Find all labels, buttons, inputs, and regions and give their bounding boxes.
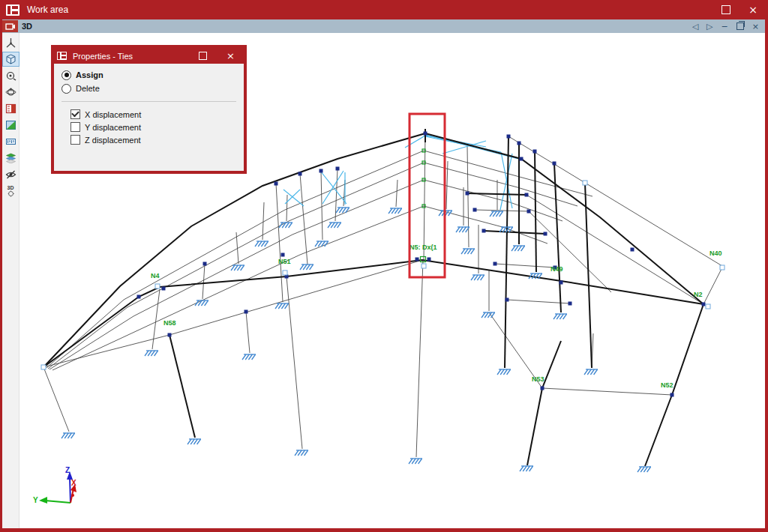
window-title-bar: Work area × <box>0 0 768 19</box>
section-plane-icon[interactable] <box>2 118 20 133</box>
dialog-maximize-button[interactable] <box>199 52 207 60</box>
orbit-cube-icon[interactable] <box>2 52 20 67</box>
checkbox-x-label: X displacement <box>85 110 141 119</box>
tool-palette: 3D <box>2 33 20 528</box>
checkbox-z-displacement[interactable]: Z displacement <box>70 133 236 146</box>
view-minimize-button[interactable]: − <box>722 22 728 31</box>
checkbox-y-label: Y displacement <box>85 123 141 132</box>
pan-view-icon[interactable] <box>2 68 20 83</box>
dialog-separator <box>62 101 236 102</box>
checkbox-z-label: Z displacement <box>85 136 141 145</box>
layers-icon[interactable] <box>2 151 20 166</box>
nav-back-icon[interactable]: ◁ <box>692 22 698 31</box>
window-title: Work area <box>27 4 68 15</box>
view-close-button[interactable]: × <box>752 22 759 31</box>
radio-assign[interactable]: Assign <box>62 68 236 82</box>
dialog-title: Properties - Ties <box>73 52 133 61</box>
tab-3d[interactable]: 3D <box>22 22 32 31</box>
checkbox-y-box[interactable] <box>70 122 80 132</box>
close-button[interactable]: × <box>748 4 758 15</box>
checkbox-z-box[interactable] <box>70 135 80 145</box>
app-logo-icon <box>6 4 20 16</box>
dialog-title-bar[interactable]: Properties - Ties × <box>54 48 244 64</box>
view-camera-icon[interactable] <box>2 20 18 32</box>
radio-delete-circle[interactable] <box>62 84 71 94</box>
maximize-button[interactable] <box>722 5 730 14</box>
rotation-3d-label: 3D <box>6 185 16 190</box>
checkbox-x-displacement[interactable]: X displacement <box>70 108 236 121</box>
hide-elements-icon[interactable] <box>2 167 20 182</box>
dialog-close-button[interactable]: × <box>226 50 235 61</box>
properties-dialog: Properties - Ties × Assign Delete X disp… <box>51 45 247 174</box>
rotation-3d-icon[interactable]: 3D <box>2 184 20 199</box>
axes-tripod-icon[interactable] <box>2 35 20 50</box>
view-tab-bar: 3D ◁ ▷ − × <box>2 19 765 33</box>
view-restore-button[interactable] <box>736 22 744 30</box>
nav-forward-icon[interactable]: ▷ <box>706 22 712 31</box>
rotate-view-icon[interactable] <box>2 85 20 100</box>
window-border <box>0 528 768 532</box>
dialog-logo-icon <box>57 52 67 60</box>
checkbox-x-box[interactable] <box>70 109 80 119</box>
radio-assign-circle[interactable] <box>62 70 71 80</box>
dimension-icon[interactable] <box>2 134 20 149</box>
section-box-icon[interactable] <box>2 101 20 116</box>
radio-delete-label: Delete <box>76 84 100 93</box>
radio-delete[interactable]: Delete <box>62 82 236 95</box>
checkbox-y-displacement[interactable]: Y displacement <box>70 121 236 133</box>
radio-assign-label: Assign <box>76 70 104 79</box>
window-border <box>765 19 768 532</box>
